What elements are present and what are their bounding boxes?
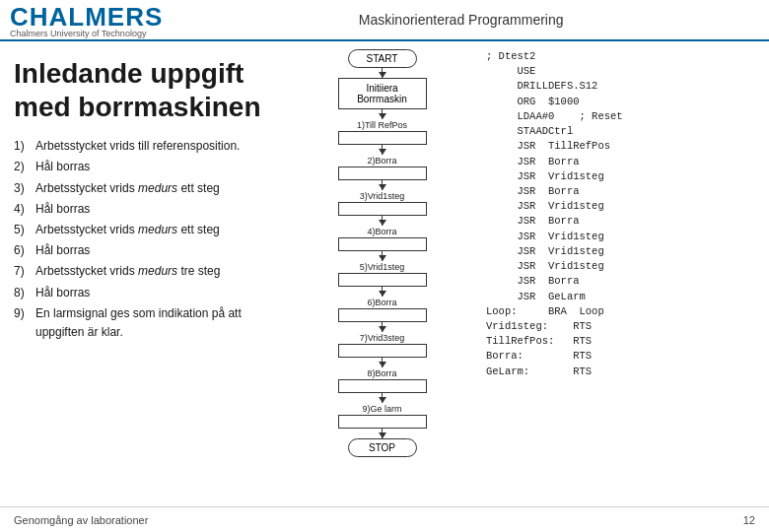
- fc-rect-box: [338, 308, 427, 322]
- header: CHALMERS Chalmers University of Technolo…: [0, 0, 769, 41]
- fc-rect3: [338, 202, 427, 216]
- step-num: 7): [14, 262, 32, 281]
- fc-arrow: [382, 216, 383, 226]
- fc-rect2: [338, 166, 427, 180]
- step-text: Hål borras: [35, 284, 90, 302]
- fc-arrow: [382, 358, 383, 367]
- fc-rect6: [338, 308, 427, 322]
- fc-rect-box: [338, 166, 427, 180]
- fc-stop: STOP: [348, 438, 417, 457]
- fc-arrow: [382, 393, 383, 403]
- fc-arrow: [382, 180, 383, 190]
- fc-oval-start: START: [348, 49, 417, 68]
- flowchart: START InitiieraBorrmaskin 1)Till RefPos …: [290, 49, 474, 457]
- step-text: En larmsignal ges som indikation på att …: [35, 304, 272, 342]
- fc-rect9: [338, 415, 427, 429]
- steps-list: 1)Arbetsstycket vrids till referensposit…: [14, 137, 272, 342]
- fc-rect7: [338, 344, 427, 358]
- step-num: 9): [14, 304, 32, 342]
- title-line2: med borrmaskinen: [14, 92, 261, 122]
- fc-rect-box: [338, 379, 427, 393]
- step-num: 2): [14, 158, 32, 176]
- fc-label: 2)Borra: [367, 156, 396, 166]
- list-item: 6)Hål borras: [14, 241, 272, 260]
- main-content: Inledande uppgift med borrmaskinen 1)Arb…: [0, 41, 769, 526]
- fc-arrow: [382, 109, 383, 119]
- fc-arrow: [382, 145, 383, 155]
- step-text: Hål borras: [35, 241, 90, 260]
- fc-rect-box: [338, 344, 427, 358]
- code-column: ; Dtest2 USE DRILLDEFS.S12 ORG $1000 LDA…: [478, 41, 769, 526]
- list-item: 9)En larmsignal ges som indikation på at…: [14, 304, 272, 342]
- list-item: 1)Arbetsstycket vrids till referensposit…: [14, 137, 272, 156]
- fc-label: 9)Ge larm: [362, 404, 401, 414]
- step-text: Arbetsstycket vrids till referenspositio…: [35, 137, 240, 156]
- fc-label: 5)Vrid1steg: [360, 262, 405, 272]
- footer: Genomgång av laborationer 12: [0, 506, 769, 532]
- fc-label: 8)Borra: [367, 368, 396, 378]
- fc-arrow: [382, 429, 383, 438]
- fc-arrow: [382, 68, 383, 78]
- step-text: Arbetsstycket vrids medurs tre steg: [35, 262, 220, 281]
- list-item: 5)Arbetsstycket vrids medurs ett steg: [14, 221, 272, 239]
- step-text: Arbetsstycket vrids medurs ett steg: [35, 179, 220, 198]
- flowchart-column: START InitiieraBorrmaskin 1)Till RefPos …: [286, 41, 478, 526]
- fc-rect1: [338, 131, 427, 145]
- fc-rect-box: [338, 237, 427, 251]
- chalmers-subtitle: Chalmers University of Technology: [10, 29, 163, 38]
- fc-arrow: [382, 287, 383, 297]
- fc-label: 3)Vrid1steg: [360, 191, 405, 201]
- step-num: 8): [14, 284, 32, 302]
- fc-label: 6)Borra: [367, 298, 396, 307]
- step-num: 6): [14, 241, 32, 260]
- list-item: 7)Arbetsstycket vrids medurs tre steg: [14, 262, 272, 281]
- list-item: 4)Hål borras: [14, 200, 272, 219]
- fc-rect-box: [338, 415, 427, 429]
- fc-oval-stop: STOP: [348, 438, 417, 457]
- fc-rect5: [338, 273, 427, 287]
- left-column: Inledande uppgift med borrmaskinen 1)Arb…: [0, 41, 286, 526]
- step-num: 5): [14, 221, 32, 239]
- header-title: Maskinorienterad Programmering: [163, 12, 759, 28]
- fc-label: 1)Till RefPos: [357, 120, 407, 130]
- list-item: 2)Hål borras: [14, 158, 272, 176]
- fc-rect4: [338, 237, 427, 251]
- fc-init: InitiieraBorrmaskin: [338, 78, 427, 109]
- slide-title: Inledande uppgift med borrmaskinen: [14, 57, 272, 123]
- footer-left: Genomgång av laborationer: [14, 514, 148, 526]
- step-num: 4): [14, 200, 32, 219]
- fc-label: 4)Borra: [367, 227, 396, 236]
- fc-rect-box: [338, 131, 427, 145]
- footer-right: 12: [743, 514, 755, 526]
- step-text: Hål borras: [35, 200, 90, 219]
- step-num: 3): [14, 179, 32, 198]
- fc-label: 7)Vrid3steg: [360, 333, 405, 343]
- list-item: 3)Arbetsstycket vrids medurs ett steg: [14, 179, 272, 198]
- fc-rect8: [338, 379, 427, 393]
- fc-arrow: [382, 251, 383, 261]
- list-item: 8)Hål borras: [14, 284, 272, 302]
- logo-block: CHALMERS Chalmers University of Technolo…: [10, 2, 163, 38]
- step-num: 1): [14, 137, 32, 156]
- step-text: Arbetsstycket vrids medurs ett steg: [35, 221, 220, 239]
- fc-rect-init: InitiieraBorrmaskin: [338, 78, 427, 109]
- fc-start: START: [348, 49, 417, 68]
- fc-arrow: [382, 322, 383, 332]
- code-block: ; Dtest2 USE DRILLDEFS.S12 ORG $1000 LDA…: [486, 50, 623, 377]
- fc-rect-box: [338, 273, 427, 287]
- title-line1: Inledande uppgift: [14, 58, 244, 89]
- step-text: Hål borras: [35, 158, 90, 176]
- chalmers-logo: CHALMERS: [10, 2, 163, 32]
- fc-rect-box: [338, 202, 427, 216]
